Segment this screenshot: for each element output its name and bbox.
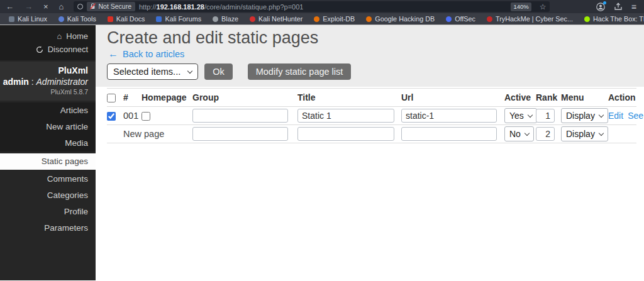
- security-label: Not Secure: [98, 3, 131, 10]
- bookmark-kali-forums[interactable]: Kali Forums: [150, 15, 207, 23]
- url-field[interactable]: [401, 127, 497, 141]
- col-title: Title: [297, 89, 401, 107]
- zoom-level-badge[interactable]: 140%: [511, 3, 531, 11]
- logged-in-user: admin : Administrator: [0, 77, 88, 88]
- bookmark-tryhackme[interactable]: TryHackMe | Cyber Sec...: [481, 15, 579, 23]
- stop-icon[interactable]: ×: [43, 3, 48, 11]
- home-icon: ⌂: [57, 31, 62, 41]
- homepage-checkbox[interactable]: [142, 112, 150, 121]
- bookmark-favicon: [446, 16, 452, 22]
- title-field[interactable]: [297, 127, 394, 141]
- back-to-articles-link[interactable]: ← Back to articles: [108, 49, 644, 59]
- active-select[interactable]: Yes: [504, 108, 537, 123]
- page-header: Create and edit static pages ← Back to a…: [96, 25, 644, 87]
- chevron-down-icon: [187, 68, 192, 73]
- bookmark-favicon: [366, 16, 372, 22]
- col-homepage: Homepage: [142, 89, 192, 107]
- account-icon[interactable]: [596, 3, 605, 11]
- bulk-action-select[interactable]: Selected items...: [107, 63, 198, 80]
- sidebar-item-parameters[interactable]: Parameters: [0, 220, 96, 236]
- bookmark-kali-linux[interactable]: Kali Linux: [3, 15, 53, 23]
- group-field[interactable]: [192, 109, 288, 123]
- bookmark-google-hacking-db[interactable]: Google Hacking DB: [360, 15, 440, 23]
- bookmark-favicon: [108, 16, 113, 22]
- see-link[interactable]: See: [628, 111, 643, 121]
- sidebar-item-comments[interactable]: Comments: [0, 171, 96, 187]
- menu-hamburger-icon[interactable]: ≡: [631, 3, 636, 11]
- shield-permissions-icon[interactable]: [77, 4, 83, 9]
- forward-nav-icon[interactable]: →: [25, 3, 33, 11]
- new-page-label: New page: [123, 129, 164, 139]
- pluxml-version: PluXml 5.8.7: [0, 88, 88, 96]
- brand-name: PluXml: [0, 65, 88, 77]
- menu-select[interactable]: Display: [561, 108, 608, 123]
- sidebar-menu: Articles New article Media Static pages …: [0, 102, 96, 236]
- bookmark-favicon: [314, 16, 319, 22]
- static-pages-table: # Homepage Group Title Url Active Rank M…: [107, 88, 636, 143]
- bookmark-kali-docs[interactable]: Kali Docs: [102, 15, 151, 23]
- bookmark-hackthebox[interactable]: Hack The Box: The #1 ....: [579, 15, 644, 23]
- col-url: Url: [401, 89, 504, 107]
- sidebar-item-static-pages[interactable]: Static pages: [0, 153, 96, 170]
- browser-window: ← → × ⌂ Not Secure http://192.168.181.28…: [0, 0, 644, 281]
- static-pages-table-area: # Homepage Group Title Url Active Rank M…: [96, 87, 644, 143]
- rank-field[interactable]: [536, 127, 555, 141]
- sidebar-item-media[interactable]: Media: [0, 135, 96, 152]
- group-field[interactable]: [192, 127, 288, 141]
- modify-static-page-list-button[interactable]: Modify static page list: [248, 63, 352, 80]
- sidebar-item-disconnect[interactable]: Disconnect: [0, 43, 88, 56]
- not-secure-badge[interactable]: Not Secure: [87, 2, 135, 11]
- table-row: 001 Yes Display EditSee: [107, 107, 636, 125]
- sidebar-item-categories[interactable]: Categories: [0, 187, 96, 204]
- sidebar-item-home[interactable]: ⌂ Home: [0, 30, 88, 43]
- col-rank: Rank: [536, 89, 561, 107]
- sidebar-item-articles[interactable]: Articles: [0, 102, 96, 119]
- bookmark-favicon: [156, 16, 162, 22]
- bookmark-exploit-db[interactable]: Exploit-DB: [308, 15, 360, 23]
- browser-home-icon[interactable]: ⌂: [59, 3, 64, 11]
- bookmarks-bar: Kali Linux Kali Tools Kali Docs Kali For…: [0, 13, 644, 25]
- col-action: Action: [608, 89, 636, 107]
- url-field[interactable]: [401, 109, 497, 123]
- bookmark-kali-nethunter[interactable]: Kali NetHunter: [244, 15, 308, 23]
- bookmark-star-icon[interactable]: ☆: [540, 3, 547, 11]
- main-content: Create and edit static pages ← Back to a…: [96, 25, 644, 280]
- chevron-down-icon: [599, 130, 604, 135]
- bookmark-blaze[interactable]: Blaze: [207, 15, 244, 23]
- select-all-checkbox[interactable]: [107, 94, 116, 102]
- title-field[interactable]: [297, 109, 394, 123]
- account-notification-dot: [603, 1, 606, 4]
- sidebar-item-new-article[interactable]: New article: [0, 119, 96, 135]
- sidebar: ⌂ Home Disconnect PluXml admin : Adminis…: [0, 25, 96, 280]
- col-menu: Menu: [561, 89, 608, 107]
- save-to-pocket-icon[interactable]: [614, 3, 622, 11]
- bookmark-favicon: [9, 16, 14, 22]
- globe-favicon: [213, 16, 218, 22]
- edit-link[interactable]: Edit: [608, 111, 623, 121]
- row-select-checkbox[interactable]: [107, 112, 116, 121]
- bookmark-offsec[interactable]: OffSec: [440, 15, 481, 23]
- bookmark-kali-tools[interactable]: Kali Tools: [53, 15, 102, 23]
- address-bar[interactable]: Not Secure http://192.168.181.28/core/ad…: [74, 1, 550, 12]
- url-text: http://192.168.181.28/core/admin/statiqu…: [139, 3, 303, 11]
- disconnect-icon: [36, 46, 43, 53]
- active-select[interactable]: No: [504, 126, 534, 141]
- bookmark-favicon: [487, 16, 492, 22]
- bookmark-favicon: [250, 16, 255, 22]
- back-nav-icon[interactable]: ←: [6, 3, 14, 11]
- chevron-down-icon: [528, 112, 533, 117]
- browser-toolbar: ← → × ⌂ Not Secure http://192.168.181.28…: [0, 0, 644, 13]
- table-header-row: # Homepage Group Title Url Active Rank M…: [107, 89, 636, 107]
- back-arrow-icon: ←: [108, 49, 118, 59]
- ok-button[interactable]: Ok: [204, 63, 233, 80]
- sidebar-profile-block: PluXml admin : Administrator PluXml 5.8.…: [0, 62, 96, 101]
- rank-field[interactable]: [536, 109, 555, 123]
- new-page-row: New page No Display: [107, 125, 636, 143]
- bookmark-favicon: [58, 16, 64, 22]
- sidebar-item-profile[interactable]: Profile: [0, 204, 96, 220]
- col-num: #: [123, 89, 142, 107]
- page-number: 001: [123, 107, 142, 125]
- menu-select[interactable]: Display: [561, 126, 608, 141]
- page-title: Create and edit static pages: [107, 28, 644, 47]
- chevron-down-icon: [599, 112, 604, 117]
